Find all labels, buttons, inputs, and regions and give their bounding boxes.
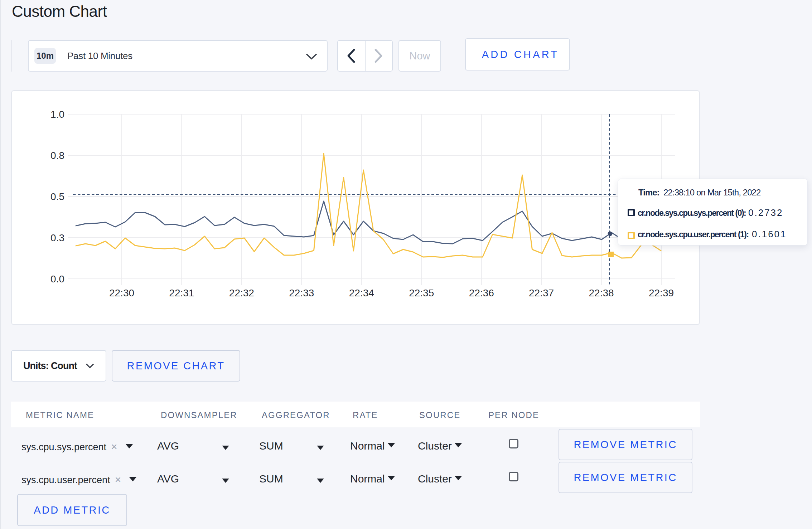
svg-text:22:34: 22:34 bbox=[349, 287, 374, 299]
svg-text:22:36: 22:36 bbox=[469, 287, 494, 299]
svg-text:0.8: 0.8 bbox=[50, 150, 64, 161]
svg-text:22:33: 22:33 bbox=[289, 287, 314, 299]
svg-text:22:32: 22:32 bbox=[229, 287, 254, 299]
svg-text:0.0: 0.0 bbox=[50, 273, 64, 285]
svg-text:22:35: 22:35 bbox=[409, 287, 434, 299]
svg-text:22:30: 22:30 bbox=[109, 287, 134, 299]
svg-text:0.5: 0.5 bbox=[50, 191, 64, 202]
svg-text:1.0: 1.0 bbox=[50, 109, 64, 120]
svg-text:0.3: 0.3 bbox=[50, 232, 64, 243]
svg-text:22:39: 22:39 bbox=[649, 287, 674, 299]
svg-text:22:31: 22:31 bbox=[169, 287, 194, 299]
svg-text:22:37: 22:37 bbox=[529, 287, 554, 299]
svg-text:22:38: 22:38 bbox=[589, 287, 614, 299]
